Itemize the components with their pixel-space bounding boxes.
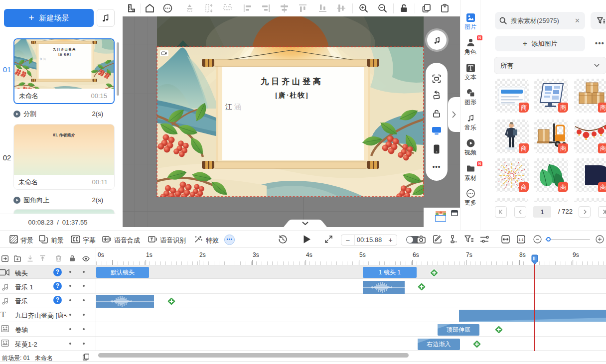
svg-text:1:1: 1:1 <box>518 238 523 242</box>
